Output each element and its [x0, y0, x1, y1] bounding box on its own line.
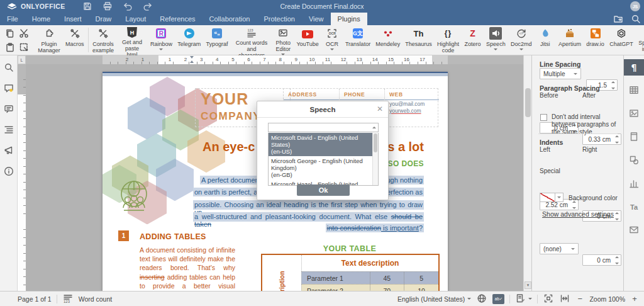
- mailmerge-button[interactable]: [624, 222, 644, 239]
- show-advanced-settings-link[interactable]: Show advanced settings: [532, 210, 624, 218]
- plugin-jitsi[interactable]: Jitsi: [535, 25, 556, 55]
- tab-references[interactable]: References: [153, 13, 202, 25]
- sidebar-comments-button[interactable]: [3, 82, 15, 95]
- open-file-location-icon[interactable]: [613, 13, 624, 25]
- scroll-down-button[interactable]: ▾: [525, 281, 531, 289]
- tab-layout[interactable]: Layout: [118, 13, 153, 25]
- language-selector[interactable]: English (United States): [397, 295, 471, 303]
- plugin-count-words-and-characters[interactable]: 123Count words and characters: [231, 25, 273, 55]
- special-select[interactable]: (none): [540, 243, 579, 254]
- feedback-icon: [3, 145, 14, 157]
- tab-protection[interactable]: Protection: [257, 13, 302, 25]
- plugin-apertium[interactable]: Apertium: [556, 25, 584, 55]
- plugin-zotero[interactable]: ZZotero: [462, 25, 484, 55]
- image-settings-button[interactable]: [624, 106, 644, 122]
- select-all-button[interactable]: [18, 41, 30, 54]
- plugin-mendeley[interactable]: Mendeley: [373, 25, 402, 55]
- plugin-draw-io[interactable]: draw.io: [584, 25, 607, 55]
- undo-button[interactable]: [122, 1, 133, 11]
- tab-collaboration[interactable]: Collaboration: [203, 13, 257, 25]
- list-scrollbar[interactable]: [372, 133, 378, 186]
- doc-heading-right: s a lot: [387, 140, 424, 154]
- paste-button[interactable]: [4, 41, 16, 54]
- headerfooter-settings-button[interactable]: [624, 129, 644, 145]
- line-spacing-select[interactable]: Multiple: [540, 68, 581, 79]
- plugin-doc2md[interactable]: </>Doc2md: [508, 25, 535, 55]
- chart-settings-button[interactable]: [624, 176, 644, 192]
- background-color-picker[interactable]: [540, 193, 564, 202]
- track-changes-button[interactable]: [515, 293, 532, 305]
- vertical-scrollbar[interactable]: ▾: [523, 55, 531, 291]
- plugin-translator[interactable]: G文Translator: [343, 25, 373, 55]
- sidebar-search-button[interactable]: [3, 62, 15, 74]
- voice-option[interactable]: Microsoft David - English (United States…: [269, 133, 378, 156]
- voice-list[interactable]: Microsoft David - English (United States…: [268, 133, 379, 186]
- shape-settings-button[interactable]: [624, 152, 644, 169]
- redo-button[interactable]: [142, 1, 153, 11]
- plugin-rainbow[interactable]: RRainbow: [148, 25, 175, 55]
- ok-button[interactable]: Ok: [297, 184, 350, 196]
- plugin-label: ChatGPT: [609, 41, 633, 47]
- plugin-thesaurus[interactable]: ThThesaurus: [402, 25, 434, 55]
- cut-button[interactable]: [18, 27, 30, 40]
- plugin-typograf[interactable]: «„Typograf: [203, 25, 230, 55]
- interval-checkbox[interactable]: [540, 114, 547, 121]
- special-stepper[interactable]: 0 cm: [582, 254, 621, 266]
- avatar[interactable]: JS: [630, 1, 640, 11]
- paragraph-settings-panel: Line Spacing Multiple 1.5 Paragraph Spac…: [531, 55, 623, 291]
- fit-to-page-button[interactable]: [543, 293, 554, 305]
- plugin-get-and-paste-html[interactable]: HGet and paste html: [116, 25, 148, 55]
- table-settings-button[interactable]: [624, 82, 644, 99]
- tab-view[interactable]: View: [302, 13, 331, 25]
- tab-home[interactable]: Home: [25, 13, 57, 25]
- plugin-speech-input[interactable]: Speech input: [636, 25, 644, 55]
- youtube-icon: [301, 27, 314, 40]
- tab-file[interactable]: File: [0, 13, 25, 25]
- sidebar-navigation-button[interactable]: [3, 124, 15, 137]
- textart-settings-button[interactable]: Ta: [624, 199, 644, 215]
- tab-insert[interactable]: Insert: [57, 13, 89, 25]
- horizontal-ruler[interactable]: 211234567891011121314151617: [26, 55, 523, 64]
- dialog-close-icon[interactable]: ✕: [377, 105, 383, 113]
- background-color-swatch[interactable]: [540, 193, 555, 202]
- section-paragraph-line: readers bored. That's why: [140, 263, 235, 272]
- plugin-speech[interactable]: Speech: [484, 25, 508, 55]
- paragraph-button[interactable]: ¶: [624, 59, 644, 76]
- html-icon: H: [126, 27, 138, 38]
- plugin-plugin-manager[interactable]: Plugin Manager: [35, 25, 63, 55]
- sidebar-chat-button[interactable]: [3, 103, 15, 116]
- plugin-telegram[interactable]: Telegram: [175, 25, 203, 55]
- vertical-ruler[interactable]: [18, 64, 26, 291]
- plugin-highlight-code[interactable]: {}Highlight code: [435, 25, 462, 55]
- zoom-in-button[interactable]: +: [630, 294, 639, 303]
- tab-stop-selector[interactable]: L: [18, 55, 26, 64]
- tab-plugins[interactable]: Plugins: [331, 13, 367, 25]
- special-label: Special: [540, 167, 560, 174]
- page-indicator[interactable]: Page 1 of 1: [18, 295, 52, 303]
- voice-option[interactable]: Microsoft George - English (United Kingd…: [269, 156, 378, 179]
- status-bar: Page 1 of 1 123 Word count English (Unit…: [0, 291, 644, 306]
- zoom-out-button[interactable]: −: [575, 294, 584, 303]
- set-language-icon[interactable]: [476, 293, 487, 305]
- zoom-level[interactable]: Zoom 100%: [589, 295, 625, 303]
- word-count-button[interactable]: Word count: [79, 295, 113, 303]
- voice-combobox[interactable]: [268, 123, 379, 132]
- copy-button[interactable]: [4, 27, 16, 40]
- plugin-controls-example[interactable]: Controls example: [90, 25, 116, 55]
- sidebar-about-button[interactable]: [3, 166, 15, 178]
- plugin-youtube[interactable]: YouTube: [294, 25, 321, 55]
- background-color-label: Background color: [569, 195, 618, 201]
- scrollbar-thumb[interactable]: [525, 88, 531, 117]
- plugin-ocr[interactable]: OCROCR: [321, 25, 343, 55]
- tab-draw[interactable]: Draw: [89, 13, 119, 25]
- spellcheck-toggle[interactable]: ab✓: [492, 294, 504, 304]
- search-header-icon[interactable]: [630, 13, 641, 25]
- plugin-photo-editor[interactable]: Photo Editor: [272, 25, 294, 55]
- fit-to-width-button[interactable]: [559, 293, 570, 305]
- plugin-macros[interactable]: Macros: [63, 25, 87, 55]
- print-button[interactable]: [102, 1, 113, 11]
- plugin-chatgpt[interactable]: ChatGPT: [607, 25, 636, 55]
- save-button[interactable]: [82, 1, 93, 11]
- sidebar-feedback-button[interactable]: [3, 145, 15, 157]
- indent-marker[interactable]: [190, 56, 194, 63]
